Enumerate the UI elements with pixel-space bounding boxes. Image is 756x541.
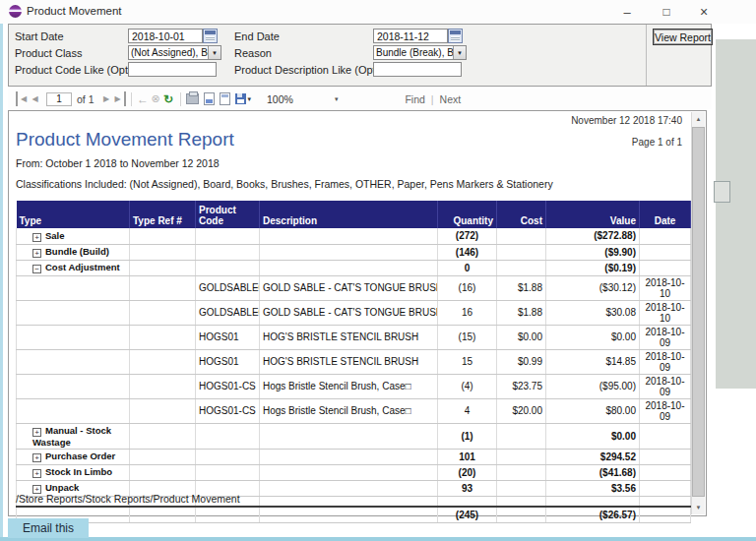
export-dropdown-icon[interactable]: ▾ (248, 95, 252, 103)
find-next-separator: | (431, 93, 434, 105)
cell-cost (497, 260, 546, 275)
print-icon[interactable] (186, 93, 199, 104)
toolbar-separator (131, 92, 132, 106)
cell-ref (130, 244, 196, 260)
refresh-icon[interactable]: ↻ (162, 91, 175, 106)
cell-desc (260, 464, 438, 480)
last-page-icon[interactable]: ▶ (113, 91, 126, 106)
collapse-icon[interactable]: − (32, 265, 41, 273)
product-movement-window: Product Movement – □ × Start Date End Da… (0, 0, 756, 541)
print-layout-icon[interactable] (204, 92, 215, 105)
expand-icon[interactable]: + (32, 233, 41, 242)
cell-date (640, 244, 691, 260)
product-description-like-input[interactable] (373, 62, 462, 77)
view-report-button[interactable]: View Report (653, 29, 713, 45)
cell-date: 2018-10-09 (640, 398, 691, 423)
export-save-icon[interactable] (235, 93, 246, 104)
cell-desc: GOLD SABLE - CAT'S TONGUE BRUSH (260, 275, 438, 300)
cell-ref (130, 228, 196, 244)
zoom-dropdown-icon[interactable]: ▾ (335, 95, 339, 103)
cell-ref (130, 275, 196, 300)
table-header-row: Type Type Ref # Product Code Description… (17, 201, 691, 228)
scroll-up-icon[interactable]: ▲ (692, 112, 705, 126)
back-to-parent-icon[interactable]: ← (137, 91, 150, 106)
cell-val: $0.00 (546, 325, 640, 349)
report-page-label: Page 1 of 1 (632, 137, 682, 148)
cell-date (640, 228, 691, 244)
table-row-detail: HOGS01-CSHogs Bristle Stencil Brush, Cas… (17, 398, 691, 423)
app-logo-icon (9, 5, 22, 18)
next-link[interactable]: Next (440, 93, 462, 105)
cell-val: $0.00 (546, 423, 640, 449)
cell-qty: (16) (438, 275, 497, 300)
group-label: Manual - Stock Wastage (32, 425, 111, 448)
cell-cost (497, 507, 546, 522)
next-page-icon[interactable]: ▶ (100, 91, 113, 106)
stop-rendering-icon[interactable]: ⊗ (150, 91, 162, 106)
cell-type (17, 374, 130, 398)
cell-val: ($272.88) (546, 228, 640, 244)
close-button[interactable]: × (689, 0, 719, 24)
table-row-group: +Bundle (Build)(146)($9.90) (17, 244, 691, 260)
cell-code (196, 260, 260, 275)
report-path: /Store Reports/Stock Reports/Product Mov… (16, 493, 240, 505)
cell-date: 2018-10-09 (640, 325, 691, 349)
zoom-select[interactable]: 100% (267, 93, 293, 105)
minimize-button[interactable]: – (612, 0, 642, 24)
cell-code: HOGS01-CS (196, 398, 260, 423)
expand-icon[interactable]: + (32, 469, 41, 478)
cell-val: $14.85 (546, 349, 640, 374)
expand-icon[interactable]: + (32, 453, 41, 462)
cell-ref (130, 464, 196, 480)
table-row-group: +Manual - Stock Wastage(1)$0.00 (17, 423, 691, 449)
report-viewer: November 12 2018 17:40 Product Movement … (8, 110, 707, 516)
first-page-icon[interactable]: ◀ (16, 91, 29, 106)
find-link[interactable]: Find (405, 93, 424, 105)
cell-ref (130, 325, 196, 349)
cell-val: ($41.68) (546, 464, 640, 480)
cell-date: 2018-10-10 (640, 300, 691, 325)
cell-qty: 101 (438, 449, 497, 464)
start-date-calendar-icon[interactable] (203, 29, 218, 43)
email-this-button[interactable]: Email this (8, 518, 89, 538)
product-code-like-input[interactable] (128, 62, 217, 77)
page-setup-icon[interactable] (220, 92, 230, 105)
cell-val: ($0.19) (546, 260, 640, 275)
report-timestamp: November 12 2018 17:40 (571, 115, 682, 126)
end-date-input[interactable] (373, 29, 448, 43)
cell-cost (497, 449, 546, 464)
reason-value: Bundle (Break), Bundl (374, 47, 453, 58)
current-page-input[interactable]: 1 (46, 92, 72, 106)
table-row-detail: GOLDSABLE001GOLD SABLE - CAT'S TONGUE BR… (17, 300, 691, 325)
scrollbar-thumb[interactable] (692, 127, 705, 497)
parameters-divider (646, 25, 647, 86)
start-date-label: Start Date (15, 30, 64, 42)
chevron-down-icon[interactable]: ▼ (208, 46, 220, 59)
cell-date (640, 480, 691, 496)
cell-code (196, 449, 260, 464)
previous-page-icon[interactable]: ◀ (29, 91, 41, 106)
reason-dropdown[interactable]: Bundle (Break), Bundl ▼ (373, 45, 467, 60)
group-label: Stock In Limbo (45, 466, 112, 477)
end-date-calendar-icon[interactable] (448, 29, 463, 43)
reason-label: Reason (234, 47, 272, 59)
expand-icon[interactable]: + (32, 249, 41, 258)
column-header-quantity: Quantity (438, 201, 497, 228)
table-row-detail: GOLDSABLE001GOLD SABLE - CAT'S TONGUE BR… (17, 275, 691, 300)
expand-icon[interactable]: + (32, 428, 41, 437)
column-header-product-code: Product Code (196, 201, 260, 228)
cell-desc (260, 507, 438, 522)
cell-date: 2018-10-09 (640, 374, 691, 398)
maximize-button[interactable]: □ (652, 0, 681, 24)
table-row-total: (245)($26.57) (17, 507, 691, 522)
group-label: Cost Adjustment (45, 262, 120, 272)
vertical-scrollbar[interactable]: ▲ ▼ (691, 112, 705, 514)
scroll-down-icon[interactable]: ▼ (692, 501, 705, 514)
product-class-dropdown[interactable]: (Not Assigned), Board ▼ (128, 45, 221, 60)
window-left-border (0, 24, 3, 541)
cell-type: +Sale (17, 228, 130, 244)
chevron-down-icon[interactable]: ▼ (453, 46, 466, 59)
cell-cost: $0.99 (497, 349, 546, 374)
start-date-input[interactable] (128, 29, 203, 43)
cell-date (640, 449, 691, 464)
